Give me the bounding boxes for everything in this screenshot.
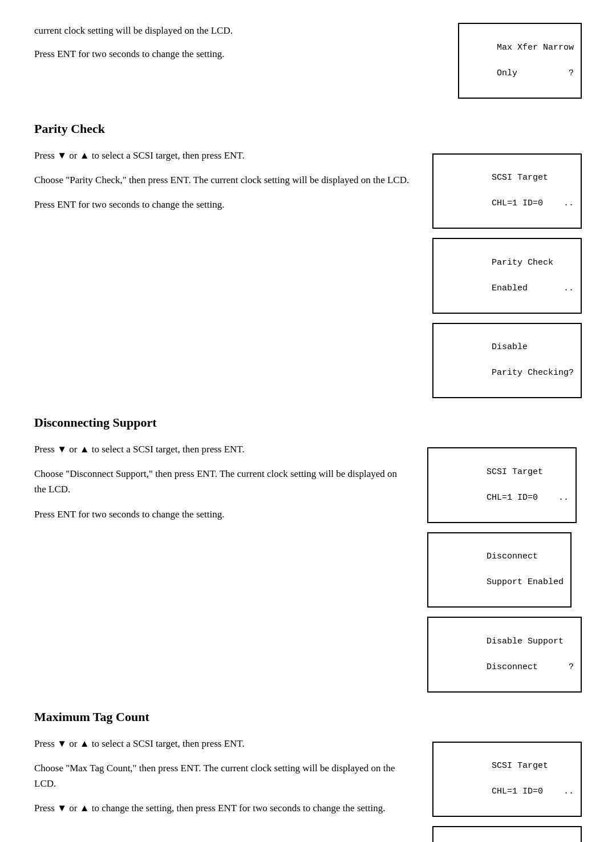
parity-check-wrapper: Parity Check Press ▼ or ▲ to select a SC… — [34, 122, 582, 399]
maximum-tag-count-lcd1: SCSI Target CHL=1 ID=0 .. — [432, 742, 582, 817]
parity-check-lcd3-line1: Disable — [492, 342, 528, 352]
parity-check-lcd2-line1: Parity Check — [492, 258, 553, 268]
disconnecting-support-section: Press ▼ or ▲ to select a SCSI target, th… — [34, 442, 582, 693]
maximum-tag-count-wrapper: Maximum Tag Count Press ▼ or ▲ to select… — [34, 710, 582, 843]
disconnecting-support-lcd3-line1: Disable Support — [487, 637, 564, 646]
disconnecting-support-para3: Press ENT for two seconds to change the … — [34, 507, 404, 522]
maximum-tag-count-heading: Maximum Tag Count — [34, 710, 559, 724]
parity-check-lcd3-line2: Parity Checking? — [492, 368, 574, 378]
top-lcd1-line2: Only ? — [497, 68, 574, 78]
maximum-tag-count-para1: Press ▼ or ▲ to select a SCSI target, th… — [34, 736, 410, 751]
disconnecting-support-lcd3: Disable Support Disconnect ? — [427, 617, 582, 693]
disconnecting-support-para2: Choose "Disconnect Support," then press … — [34, 466, 404, 497]
parity-check-para1: Press ▼ or ▲ to select a SCSI target, th… — [34, 148, 410, 163]
parity-check-para2: Choose "Parity Check," then press ENT. T… — [34, 172, 410, 188]
parity-check-para3: Press ENT for two seconds to change the … — [34, 197, 410, 212]
disconnecting-support-lcd2: Disconnect Support Enabled — [427, 532, 572, 608]
top-text: current clock setting will be displayed … — [34, 23, 458, 70]
maximum-tag-count-section: Press ▼ or ▲ to select a SCSI target, th… — [34, 736, 582, 843]
disconnecting-support-lcd3-line2: Disconnect ? — [487, 662, 574, 672]
top-para2: Press ENT for two seconds to change the … — [34, 46, 435, 62]
disconnecting-support-lcd1-line2: CHL=1 ID=0 .. — [487, 493, 569, 503]
parity-check-lcd2-line2: Enabled .. — [492, 284, 574, 293]
top-lcd1: Max Xfer Narrow Only ? — [458, 23, 582, 99]
parity-check-content-heading: Parity Check — [34, 122, 582, 136]
disconnecting-support-content-heading: Disconnecting Support — [34, 415, 582, 430]
top-section: current clock setting will be displayed … — [34, 23, 582, 99]
disconnecting-support-lcd2-line2: Support Enabled — [487, 577, 564, 587]
disconnecting-support-text: Press ▼ or ▲ to select a SCSI target, th… — [34, 442, 427, 531]
maximum-tag-count-lcd1-line1: SCSI Target — [492, 761, 548, 771]
parity-check-lcd2: Parity Check Enabled .. — [432, 238, 582, 314]
page-container: current clock setting will be displayed … — [0, 0, 616, 842]
parity-check-lcd3: Disable Parity Checking? — [432, 323, 582, 399]
maximum-tag-count-lcd1-line2: CHL=1 ID=0 .. — [492, 787, 574, 796]
parity-check-heading: Parity Check — [34, 122, 559, 136]
maximum-tag-count-lcd2: Max Tag Count: Default( 32) .. — [432, 826, 582, 842]
maximum-tag-count-para2: Choose "Max Tag Count," then press ENT. … — [34, 760, 410, 791]
parity-check-boxes: SCSI Target CHL=1 ID=0 .. Parity Check E… — [432, 148, 582, 399]
disconnecting-support-lcd1: SCSI Target CHL=1 ID=0 .. — [427, 447, 577, 523]
maximum-tag-count-content-heading: Maximum Tag Count — [34, 710, 582, 724]
disconnecting-support-wrapper: Disconnecting Support Press ▼ or ▲ to se… — [34, 415, 582, 693]
parity-check-lcd1: SCSI Target CHL=1 ID=0 .. — [432, 153, 582, 229]
disconnecting-support-boxes: SCSI Target CHL=1 ID=0 .. Disconnect Sup… — [427, 442, 582, 693]
disconnecting-support-lcd2-line1: Disconnect — [487, 552, 538, 561]
parity-check-text: Press ▼ or ▲ to select a SCSI target, th… — [34, 148, 432, 222]
maximum-tag-count-text: Press ▼ or ▲ to select a SCSI target, th… — [34, 736, 432, 825]
disconnecting-support-para1: Press ▼ or ▲ to select a SCSI target, th… — [34, 442, 404, 457]
parity-check-section: Press ▼ or ▲ to select a SCSI target, th… — [34, 148, 582, 399]
disconnecting-support-heading: Disconnecting Support — [34, 415, 559, 430]
parity-check-lcd1-line2: CHL=1 ID=0 .. — [492, 199, 574, 208]
disconnecting-support-lcd1-line1: SCSI Target — [487, 467, 543, 477]
maximum-tag-count-boxes: SCSI Target CHL=1 ID=0 .. Max Tag Count:… — [432, 736, 582, 843]
parity-check-lcd1-line1: SCSI Target — [492, 173, 548, 183]
top-para1: current clock setting will be displayed … — [34, 23, 435, 38]
top-lcd1-line1: Max Xfer Narrow — [497, 43, 574, 52]
maximum-tag-count-para3: Press ▼ or ▲ to change the setting, then… — [34, 800, 410, 816]
